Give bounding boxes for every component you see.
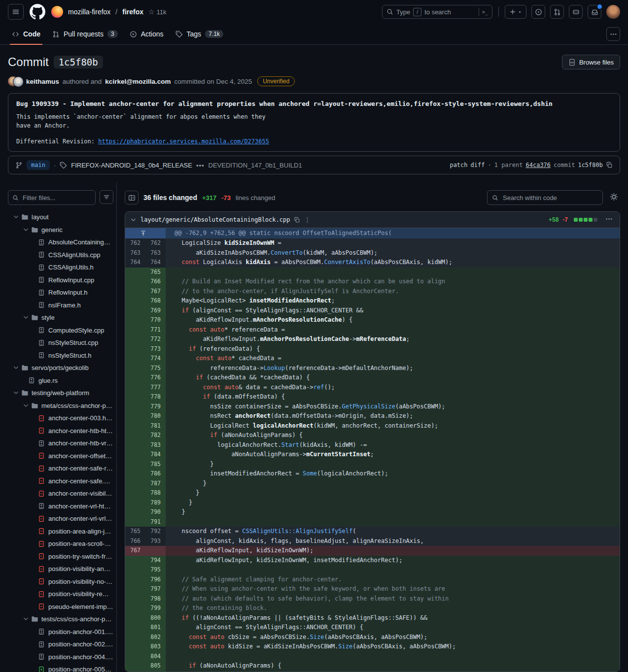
old-line-number[interactable] — [125, 392, 145, 402]
user-avatar[interactable] — [606, 5, 620, 19]
new-line-number[interactable] — [145, 546, 166, 556]
old-line-number[interactable] — [125, 594, 145, 604]
nav-overflow-button[interactable] — [606, 27, 620, 41]
tree-file[interactable]: position-try-switch-from... — [8, 550, 113, 563]
expand-hunk-button[interactable] — [125, 228, 166, 238]
tree-file[interactable]: anchor-center-safe-rtl.ht... — [8, 462, 113, 475]
filter-files-input[interactable] — [22, 194, 91, 202]
new-line-number[interactable]: 780 — [145, 411, 166, 421]
old-line-number[interactable] — [125, 469, 145, 479]
parent-commit-link[interactable]: 64ca376 — [525, 162, 551, 168]
new-line-number[interactable]: 776 — [145, 373, 166, 383]
old-line-number[interactable]: 766 — [125, 537, 145, 546]
old-line-number[interactable] — [125, 517, 145, 527]
command-palette-icon[interactable]: >_ — [482, 9, 488, 15]
global-search[interactable]: Type / to search >_ — [382, 5, 492, 19]
tree-file[interactable]: anchor-center-vrl-htb.ht... — [8, 500, 113, 513]
old-line-number[interactable] — [125, 344, 145, 354]
tab-actions[interactable]: Actions — [126, 24, 168, 44]
new-line-number[interactable]: 769 — [145, 306, 166, 316]
old-line-number[interactable] — [125, 450, 145, 460]
new-line-number[interactable]: 803 — [145, 642, 166, 652]
new-line-number[interactable]: 795 — [145, 565, 166, 575]
tree-folder[interactable]: style — [8, 311, 113, 324]
new-line-number[interactable]: 779 — [145, 402, 166, 412]
tree-file[interactable]: position-anchor-001.html — [8, 626, 113, 638]
old-line-number[interactable] — [125, 287, 145, 297]
old-line-number[interactable] — [125, 354, 145, 364]
old-line-number[interactable] — [125, 460, 145, 470]
diff-link[interactable]: diff — [471, 162, 485, 168]
new-line-number[interactable]: 788 — [145, 488, 166, 498]
old-line-number[interactable] — [125, 421, 145, 431]
new-line-number[interactable]: 771 — [145, 325, 166, 335]
new-line-number[interactable]: 802 — [145, 633, 166, 642]
pull-requests-button[interactable] — [550, 5, 564, 19]
github-logo[interactable] — [30, 4, 45, 20]
old-line-number[interactable] — [125, 652, 145, 662]
author-login[interactable]: keithamus — [26, 78, 59, 85]
old-line-number[interactable]: 763 — [125, 248, 145, 258]
revision-link[interactable]: https://phabricator.services.mozilla.com… — [98, 138, 269, 145]
tree-file[interactable]: CSSAlignUtils.h — [8, 261, 113, 274]
copilot-button[interactable] — [569, 5, 583, 19]
new-line-number[interactable]: 782 — [145, 431, 166, 440]
old-line-number[interactable] — [125, 364, 145, 373]
committer-login[interactable]: kcirkel@mozilla.com — [105, 78, 171, 85]
old-line-number[interactable] — [125, 315, 145, 325]
file-options-button[interactable] — [603, 213, 615, 226]
verification-badge[interactable]: Unverified — [257, 76, 295, 86]
tree-file[interactable]: anchor-center-htb-vrl.ht... — [8, 437, 113, 450]
file-filter-button[interactable] — [100, 190, 113, 204]
new-line-number[interactable]: 790 — [145, 507, 166, 517]
tag-link[interactable]: FIREFOX-ANDROID_148_0b4_RELEASE — [71, 162, 192, 169]
old-line-number[interactable] — [125, 661, 145, 671]
browse-files-button[interactable]: Browse files — [562, 55, 620, 69]
create-new-button[interactable] — [505, 5, 526, 19]
tree-file[interactable]: anchor-center-offset-cha... — [8, 450, 113, 463]
tree-file[interactable]: ComputedStyle.cpp — [8, 324, 113, 337]
old-line-number[interactable] — [125, 584, 145, 594]
new-line-number[interactable]: 798 — [145, 594, 166, 604]
tree-file[interactable]: anchor-center-vrl-vrl.ht... — [8, 512, 113, 525]
new-line-number[interactable]: 793 — [145, 537, 166, 546]
tree-file[interactable]: position-anchor-004.html — [8, 651, 113, 664]
tree-folder[interactable]: layout — [8, 211, 113, 224]
tree-folder[interactable]: testing/web-platform — [8, 387, 113, 400]
diff-file-path[interactable]: layout/generic/AbsoluteContainingBlock.c… — [140, 216, 290, 223]
search-within-code-field[interactable] — [487, 190, 603, 205]
tree-file[interactable]: ReflowInput.cpp — [8, 274, 113, 287]
new-line-number[interactable]: 805 — [145, 661, 166, 671]
old-line-number[interactable] — [125, 575, 145, 585]
new-line-number[interactable]: 772 — [145, 335, 166, 344]
old-line-number[interactable] — [125, 277, 145, 287]
old-line-number[interactable] — [125, 411, 145, 421]
org-avatar[interactable] — [51, 6, 63, 18]
old-line-number[interactable] — [125, 671, 145, 672]
tree-file[interactable]: anchor-center-htb-htb.h... — [8, 425, 113, 437]
new-line-number[interactable]: 767 — [145, 287, 166, 297]
tree-folder[interactable]: servo/ports/geckolib — [8, 362, 113, 374]
new-line-number[interactable]: 794 — [145, 556, 166, 566]
old-line-number[interactable]: 762 — [125, 238, 145, 248]
tree-file[interactable]: pseudo-element-implicit-... — [8, 601, 113, 613]
tag-link[interactable]: DEVEDITION_147_0b1_BUILD1 — [209, 162, 302, 169]
old-line-number[interactable] — [125, 488, 145, 498]
tree-file[interactable]: position-anchor-002.html — [8, 638, 113, 651]
old-line-number[interactable]: 765 — [125, 527, 145, 537]
tree-file[interactable]: position-visibility-anchor... — [8, 563, 113, 575]
new-line-number[interactable]: 783 — [145, 440, 166, 450]
old-line-number[interactable] — [125, 335, 145, 344]
new-line-number[interactable]: 785 — [145, 460, 166, 470]
chevron-down-icon[interactable] — [130, 217, 137, 223]
old-line-number[interactable] — [125, 479, 145, 489]
drag-handle-icon[interactable] — [304, 217, 311, 223]
old-line-number[interactable] — [125, 306, 145, 316]
old-line-number[interactable] — [125, 383, 145, 393]
old-line-number[interactable] — [125, 431, 145, 440]
new-line-number[interactable]: 791 — [145, 517, 166, 527]
breadcrumb-repo[interactable]: firefox — [122, 8, 143, 16]
tree-file[interactable]: ReflowInput.h — [8, 286, 113, 299]
patch-link[interactable]: patch — [450, 162, 467, 168]
new-line-number[interactable]: 801 — [145, 623, 166, 633]
